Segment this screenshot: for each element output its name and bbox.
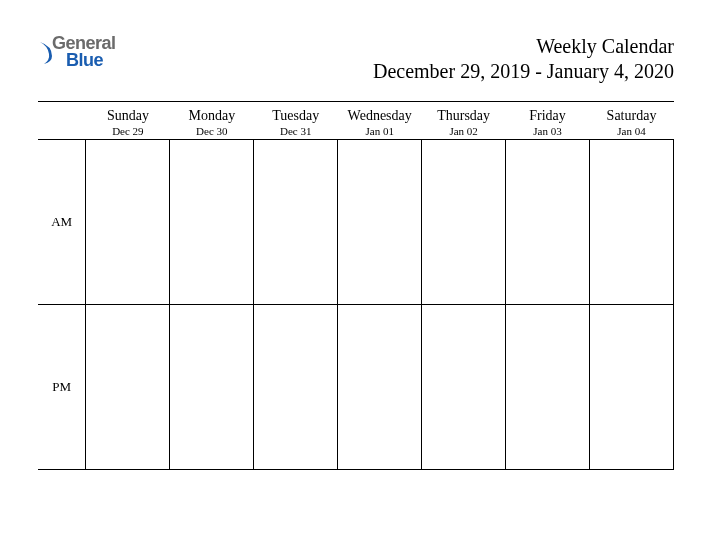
calendar-slot	[590, 140, 674, 305]
day-header: Tuesday Dec 31	[254, 102, 338, 140]
day-date: Jan 03	[506, 125, 590, 137]
period-label-pm: PM	[38, 305, 86, 470]
logo: General Blue	[38, 35, 116, 69]
day-date: Jan 01	[338, 125, 422, 137]
day-header: Monday Dec 30	[170, 102, 254, 140]
day-date: Dec 30	[170, 125, 254, 137]
logo-text-blue: Blue	[52, 52, 116, 69]
day-header: Sunday Dec 29	[86, 102, 170, 140]
calendar-slot	[86, 140, 170, 305]
day-name: Thursday	[422, 108, 506, 124]
date-range: December 29, 2019 - January 4, 2020	[373, 60, 674, 83]
calendar-slot	[422, 140, 506, 305]
day-header: Wednesday Jan 01	[338, 102, 422, 140]
day-name: Monday	[170, 108, 254, 124]
calendar-slot	[506, 305, 590, 470]
calendar-table: Sunday Dec 29 Monday Dec 30 Tuesday Dec …	[38, 101, 674, 470]
calendar-slot	[86, 305, 170, 470]
day-date: Jan 02	[422, 125, 506, 137]
corner-cell	[38, 102, 86, 140]
day-date: Dec 31	[254, 125, 338, 137]
calendar-slot	[254, 305, 338, 470]
day-header: Friday Jan 03	[506, 102, 590, 140]
day-date: Dec 29	[86, 125, 170, 137]
day-date: Jan 04	[590, 125, 674, 137]
day-name: Friday	[506, 108, 590, 124]
day-name: Sunday	[86, 108, 170, 124]
day-header: Saturday Jan 04	[590, 102, 674, 140]
calendar-slot	[590, 305, 674, 470]
calendar-slot	[254, 140, 338, 305]
day-header: Thursday Jan 02	[422, 102, 506, 140]
calendar-slot	[422, 305, 506, 470]
calendar-slot	[506, 140, 590, 305]
calendar-slot	[338, 140, 422, 305]
title-block: Weekly Calendar December 29, 2019 - Janu…	[373, 35, 674, 83]
day-name: Saturday	[590, 108, 674, 124]
calendar-slot	[170, 305, 254, 470]
calendar-slot	[338, 305, 422, 470]
am-row: AM	[38, 140, 674, 305]
header: General Blue Weekly Calendar December 29…	[38, 35, 674, 83]
pm-row: PM	[38, 305, 674, 470]
day-name: Wednesday	[338, 108, 422, 124]
period-label-am: AM	[38, 140, 86, 305]
day-name: Tuesday	[254, 108, 338, 124]
calendar-slot	[170, 140, 254, 305]
day-header-row: Sunday Dec 29 Monday Dec 30 Tuesday Dec …	[38, 102, 674, 140]
page-title: Weekly Calendar	[373, 35, 674, 58]
